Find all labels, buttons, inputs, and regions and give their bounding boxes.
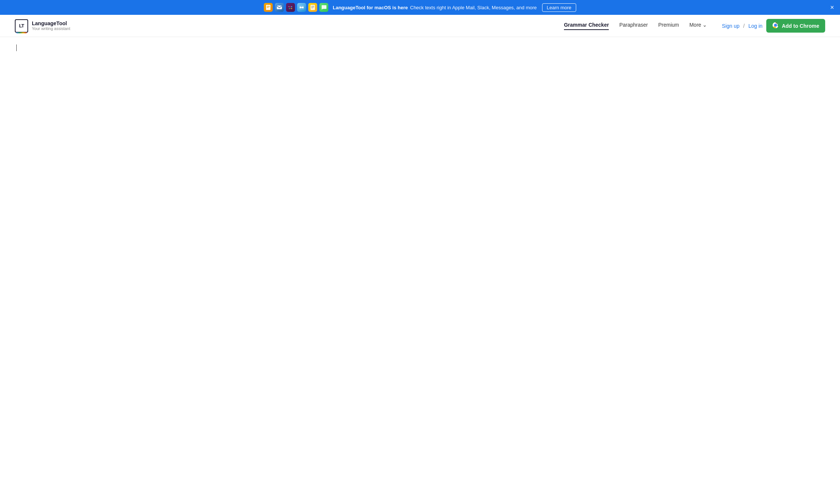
pages-app-icon — [264, 3, 273, 12]
nav-links: Grammar Checker Paraphraser Premium More… — [564, 22, 707, 30]
svg-point-21 — [774, 24, 777, 27]
nav-separator: / — [743, 23, 745, 29]
messages-app-icon — [319, 3, 328, 12]
svg-rect-17 — [311, 6, 314, 6]
nav-more[interactable]: More ⌄ — [689, 22, 707, 30]
login-button[interactable]: Log in — [748, 23, 763, 29]
logo-name: LanguageTool — [32, 20, 70, 27]
chevron-down-icon: ⌄ — [703, 22, 707, 28]
logo[interactable]: LT LanguageTool Your writing assistant — [15, 19, 70, 33]
learn-more-button[interactable]: Learn more — [542, 3, 576, 12]
svg-point-6 — [291, 6, 292, 7]
svg-rect-3 — [267, 7, 269, 8]
svg-rect-18 — [311, 7, 314, 7]
logo-subtitle: Your writing assistant — [32, 26, 70, 31]
svg-rect-19 — [311, 8, 313, 8]
svg-point-7 — [289, 8, 290, 9]
svg-point-8 — [291, 8, 292, 9]
main-content — [0, 37, 840, 60]
svg-rect-11 — [288, 6, 289, 7]
svg-rect-2 — [267, 7, 270, 7]
signup-button[interactable]: Sign up — [722, 23, 739, 29]
logo-icon: LT — [15, 19, 28, 33]
app-icons-group — [264, 3, 328, 12]
chrome-icon — [772, 22, 779, 30]
navbar: LT LanguageTool Your writing assistant G… — [0, 15, 840, 37]
nav-premium[interactable]: Premium — [658, 22, 679, 30]
nav-paraphraser[interactable]: Paraphraser — [619, 22, 648, 30]
svg-rect-9 — [290, 6, 291, 7]
slack-app-icon — [286, 3, 295, 12]
svg-rect-15 — [300, 7, 303, 8]
banner-text: LanguageTool for macOS is here Check tex… — [333, 5, 537, 10]
nav-grammar-checker[interactable]: Grammar Checker — [564, 22, 609, 30]
finder-app-icon — [297, 3, 306, 12]
logo-text: LanguageTool Your writing assistant — [32, 20, 70, 32]
banner-bold-text: LanguageTool for macOS is here — [333, 5, 408, 10]
notes-app-icon — [308, 3, 317, 12]
svg-rect-4 — [277, 6, 282, 9]
svg-rect-1 — [267, 6, 270, 6]
banner-description: Check texts right in Apple Mail, Slack, … — [410, 5, 537, 10]
nav-actions: Sign up / Log in Add to Chrome — [722, 19, 825, 33]
banner-close-button[interactable]: × — [830, 4, 834, 11]
svg-rect-16 — [311, 5, 315, 10]
mail-app-icon — [275, 3, 284, 12]
text-cursor — [16, 44, 17, 51]
svg-rect-10 — [290, 8, 291, 9]
add-to-chrome-button[interactable]: Add to Chrome — [766, 19, 825, 33]
promo-banner: LanguageTool for macOS is here Check tex… — [0, 0, 840, 15]
